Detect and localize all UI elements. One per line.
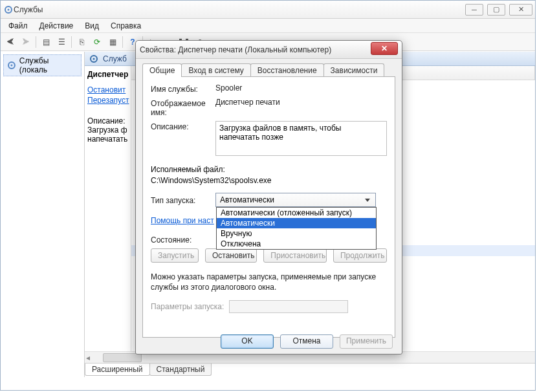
toolbar-divider — [122, 36, 123, 48]
tab-dependencies[interactable]: Зависимости — [323, 63, 385, 77]
tab-general[interactable]: Общие — [142, 63, 182, 77]
detail-panel: Диспетчер Остановит Перезапуст Описание:… — [85, 66, 131, 351]
stop-button[interactable]: Остановить — [205, 248, 257, 263]
label-status: Состояние: — [151, 234, 215, 245]
cancel-button[interactable]: Отмена — [280, 334, 333, 349]
properties-dialog: Свойства: Диспетчер печати (Локальный ко… — [135, 40, 402, 354]
description-text: Загрузка ф — [87, 125, 128, 135]
description-value: Загрузка файлов в память, чтобы напечата… — [219, 124, 341, 142]
dropdown-option[interactable]: Автоматически (отложенный запуск) — [217, 208, 376, 218]
tab-panel-general: Имя службы: Spooler Отображаемое имя: Ди… — [142, 76, 395, 338]
main-titlebar: Службы ─ ▢ ✕ — [1, 1, 535, 19]
dialog-title: Свойства: Диспетчер печати (Локальный ко… — [140, 45, 371, 54]
close-button[interactable]: ✕ — [509, 4, 532, 16]
pause-button[interactable]: Приостановить — [263, 248, 327, 263]
ok-button[interactable]: OK — [221, 334, 274, 349]
value-executable: C:\Windows\System32\spoolsv.exe — [151, 176, 387, 185]
value-display-name: Диспетчер печати — [215, 98, 387, 107]
properties-icon[interactable]: ▦ — [105, 35, 120, 49]
menu-help[interactable]: Справка — [105, 20, 146, 32]
apply-button[interactable]: Применить — [340, 334, 393, 349]
startup-help-link[interactable]: Помощь при наст — [151, 216, 214, 225]
forward-button[interactable]: ⮞ — [19, 35, 33, 49]
stop-service-link[interactable]: Остановит — [87, 85, 128, 94]
dialog-body: Общие Вход в систему Восстановление Зави… — [136, 59, 402, 344]
value-service-name: Spooler — [215, 83, 387, 93]
label-display-name: Отображаемое имя: — [151, 98, 215, 117]
window-title: Службы — [14, 5, 465, 14]
window-buttons: ─ ▢ ✕ — [465, 4, 532, 16]
label-service-name: Имя службы: — [151, 83, 215, 94]
description-text: напечатать — [87, 135, 128, 144]
tab-logon[interactable]: Вход в систему — [181, 63, 250, 77]
export-button[interactable]: ⎘ — [74, 35, 89, 49]
tree-item-label: Службы (локаль — [19, 56, 78, 74]
svg-point-3 — [10, 65, 12, 67]
toolbar-divider — [36, 36, 36, 48]
tab-standard[interactable]: Стандартный — [149, 364, 212, 376]
svg-point-1 — [8, 8, 10, 10]
bottom-view-tabs: Расширенный Стандартный — [85, 363, 535, 377]
selected-service-name: Диспетчер — [87, 70, 128, 79]
tree-pane[interactable]: Службы (локаль — [1, 52, 85, 377]
properties-toolbar-button[interactable]: ☰ — [54, 35, 69, 49]
startup-type-combobox[interactable]: Автоматически Автоматически (отложенный … — [215, 193, 376, 207]
tab-recovery[interactable]: Восстановление — [250, 63, 324, 77]
dialog-tabstrip: Общие Вход в систему Восстановление Зави… — [142, 63, 395, 77]
startup-type-dropdown[interactable]: Автоматически (отложенный запуск) Автома… — [216, 207, 377, 250]
refresh-icon[interactable]: ⟳ — [90, 35, 104, 49]
services-icon — [3, 5, 14, 15]
minimize-button[interactable]: ─ — [465, 4, 483, 16]
description-textbox[interactable]: Загрузка файлов в память, чтобы напечата… — [215, 121, 387, 156]
dialog-buttons: OK Отмена Применить — [221, 334, 393, 349]
tree-item-services[interactable]: Службы (локаль — [3, 54, 82, 76]
gear-icon — [89, 54, 99, 64]
dropdown-option[interactable]: Автоматически — [217, 218, 376, 228]
menu-file[interactable]: Файл — [3, 20, 33, 32]
label-description: Описание: — [151, 121, 215, 131]
startup-params-input — [229, 300, 348, 313]
startup-params-note: Можно указать параметры запуска, применя… — [151, 272, 387, 292]
description-label: Описание: — [87, 116, 128, 125]
restart-service-link[interactable]: Перезапуст — [87, 96, 128, 105]
dropdown-option[interactable]: Вручную — [217, 228, 376, 239]
chevron-down-icon — [362, 195, 373, 204]
svg-point-5 — [93, 58, 95, 60]
toolbar-divider — [71, 36, 72, 48]
dialog-close-button[interactable]: ✕ — [371, 42, 398, 55]
header-strip-label: Служб — [103, 54, 127, 63]
startup-type-selected: Автоматически — [220, 195, 274, 204]
maximize-button[interactable]: ▢ — [487, 4, 505, 16]
tab-extended[interactable]: Расширенный — [85, 364, 150, 376]
label-startup-type: Тип запуска: — [151, 195, 215, 205]
dialog-titlebar[interactable]: Свойства: Диспетчер печати (Локальный ко… — [136, 41, 402, 59]
back-button[interactable]: ⮜ — [3, 35, 17, 49]
show-hide-tree-button[interactable]: ▤ — [39, 35, 53, 49]
label-executable: Исполняемый файл: — [151, 165, 387, 174]
gear-icon — [6, 60, 17, 71]
start-button[interactable]: Запустить — [151, 248, 199, 263]
label-startup-params: Параметры запуска: — [151, 302, 224, 311]
menu-action[interactable]: Действие — [34, 20, 79, 32]
menu-view[interactable]: Вид — [80, 20, 104, 32]
dropdown-option[interactable]: Отключена — [217, 239, 376, 249]
menu-bar: Файл Действие Вид Справка — [1, 19, 535, 33]
resume-button[interactable]: Продолжить — [333, 248, 387, 263]
